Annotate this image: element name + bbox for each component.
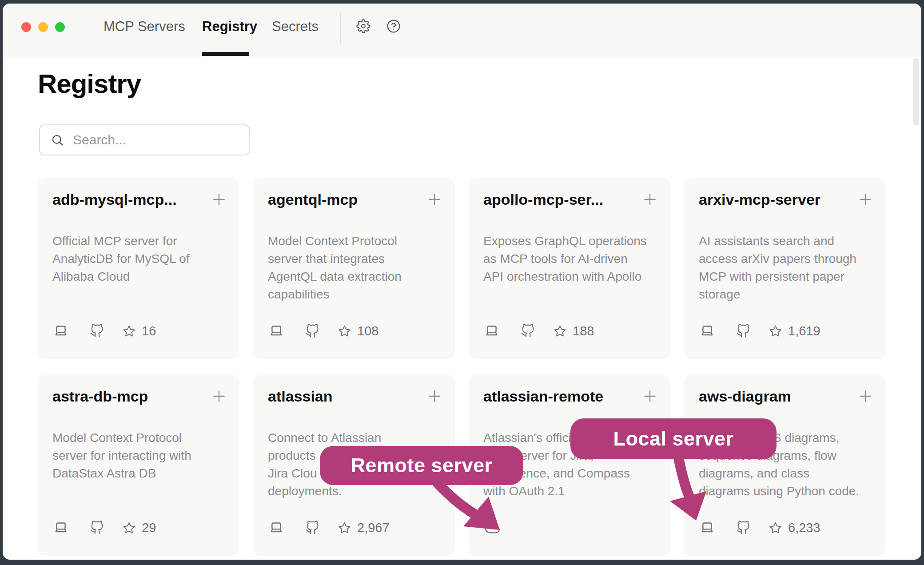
card-title: atlassian	[268, 386, 333, 406]
search-icon	[51, 133, 64, 147]
scrollbar-thumb[interactable]	[913, 58, 919, 125]
close-window-button[interactable]	[21, 22, 31, 32]
server-card-aws-diagram[interactable]: aws-diagram Generate AWS diagrams,sequen…	[684, 375, 886, 556]
github-icon[interactable]	[521, 324, 535, 338]
github-icon[interactable]	[90, 324, 104, 338]
server-card-adb-mysql-mcp[interactable]: adb-mysql-mcp... Official MCP server for…	[38, 178, 239, 359]
cloud-icon	[483, 520, 501, 535]
laptop-icon	[483, 323, 500, 338]
laptop-icon	[699, 323, 716, 338]
star-count: 6,233	[788, 521, 820, 535]
github-icon[interactable]	[736, 324, 750, 338]
server-card-agentql-mcp[interactable]: agentql-mcp Model Context Protocolserver…	[253, 178, 455, 359]
add-server-button[interactable]	[426, 387, 443, 405]
card-title: atlassian-remote	[483, 386, 603, 406]
star-count: 188	[573, 324, 594, 338]
star-count: 29	[142, 521, 156, 535]
card-title: astra-db-mcp	[52, 386, 148, 406]
add-server-button[interactable]	[426, 191, 443, 208]
search-input[interactable]	[73, 132, 242, 147]
star-icon	[338, 521, 351, 534]
star-icon	[338, 325, 351, 338]
laptop-icon	[52, 323, 69, 338]
github-icon[interactable]	[90, 521, 104, 535]
registry-card-grid: adb-mysql-mcp... Official MCP server for…	[38, 178, 886, 556]
laptop-icon	[699, 520, 716, 535]
github-icon[interactable]	[305, 521, 319, 535]
header-divider	[340, 12, 341, 44]
local-server-callout: Local server	[570, 418, 777, 459]
star-count: 16	[142, 324, 156, 338]
server-card-arxiv-mcp-server[interactable]: arxiv-mcp-server AI assistants search an…	[684, 178, 886, 359]
help-icon[interactable]	[386, 19, 401, 33]
add-server-button[interactable]	[210, 387, 228, 405]
remote-server-callout: Remote server	[320, 446, 523, 485]
page-title: Registry	[38, 68, 141, 99]
card-description: Model Context Protocolserver that integr…	[268, 232, 442, 303]
card-title: arxiv-mcp-server	[699, 190, 820, 209]
laptop-icon	[268, 520, 285, 535]
server-card-apollo-mcp-server[interactable]: apollo-mcp-ser... Exposes GraphQL operat…	[469, 178, 670, 359]
star-count: 2,967	[357, 521, 390, 535]
active-tab-indicator	[202, 52, 249, 56]
star-icon	[123, 325, 135, 338]
card-description: Model Context Protocolserver for interac…	[52, 429, 226, 482]
star-icon	[123, 521, 135, 534]
tab-registry[interactable]: Registry	[202, 19, 257, 35]
card-description: Official MCP server forAnalyticDB for My…	[52, 232, 226, 286]
card-title: adb-mysql-mcp...	[52, 190, 177, 209]
add-server-button[interactable]	[641, 191, 659, 208]
card-title: apollo-mcp-ser...	[483, 190, 603, 209]
add-server-button[interactable]	[641, 387, 659, 405]
search-box[interactable]	[39, 124, 250, 155]
add-server-button[interactable]	[856, 387, 874, 405]
card-title: agentql-mcp	[268, 190, 358, 209]
github-icon[interactable]	[305, 324, 319, 338]
card-title: aws-diagram	[699, 386, 791, 406]
star-icon	[554, 325, 566, 338]
github-icon[interactable]	[736, 521, 750, 535]
gear-icon[interactable]	[356, 19, 370, 33]
app-window: MCP Servers Registry Secrets Registry ad…	[3, 4, 921, 560]
add-server-button[interactable]	[856, 191, 874, 208]
titlebar: MCP Servers Registry Secrets	[3, 4, 921, 56]
zoom-window-button[interactable]	[55, 22, 65, 32]
star-count: 1,619	[788, 324, 820, 338]
tab-mcp-servers[interactable]: MCP Servers	[104, 19, 185, 35]
star-count: 108	[357, 324, 378, 338]
tab-secrets[interactable]: Secrets	[272, 19, 319, 35]
laptop-icon	[268, 323, 285, 338]
card-description: Exposes GraphQL operationsas MCP tools f…	[483, 232, 657, 286]
card-description: AI assistants search andaccess arXiv pap…	[699, 232, 872, 303]
minimize-window-button[interactable]	[38, 22, 48, 32]
server-card-astra-db-mcp[interactable]: astra-db-mcp Model Context Protocolserve…	[38, 375, 239, 556]
laptop-icon	[52, 520, 69, 535]
add-server-button[interactable]	[210, 191, 228, 208]
star-icon	[769, 521, 782, 534]
star-icon	[769, 325, 782, 338]
